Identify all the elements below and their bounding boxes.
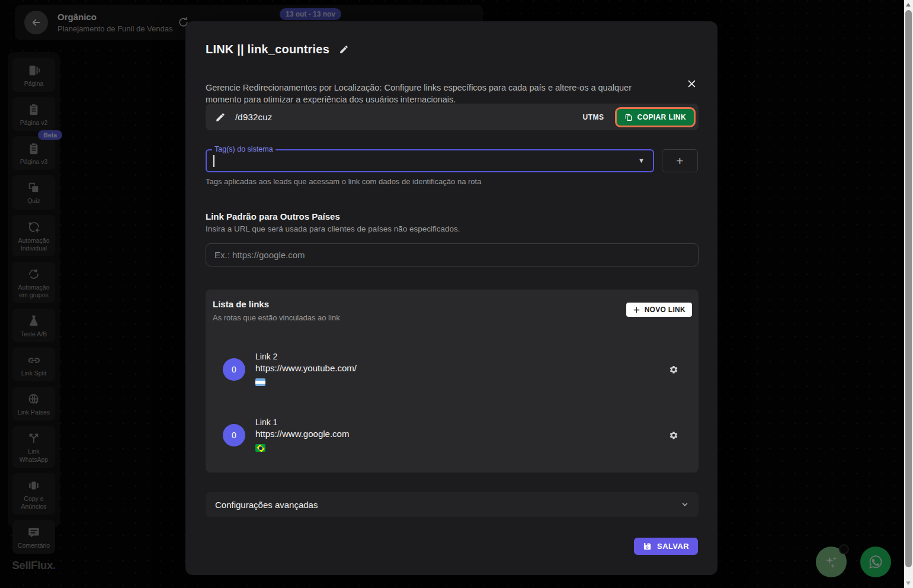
gear-icon[interactable] [668, 430, 679, 441]
scrollbar-thumb[interactable] [905, 10, 912, 567]
chevron-down-icon [681, 500, 689, 509]
copy-link-button[interactable]: COPIAR LINK [615, 107, 696, 127]
edit-link-icon[interactable] [215, 112, 226, 123]
modal-header: LINK || link_countries [206, 43, 349, 56]
plus-icon [633, 306, 640, 314]
click-count-badge: 0 [223, 358, 245, 381]
link-name: Link 1 [255, 417, 277, 427]
modal-description: Gerencie Redirecionamentos por Localizaç… [206, 82, 667, 105]
save-label: SALVAR [657, 542, 689, 551]
add-tag-button[interactable]: + [662, 149, 698, 172]
click-count-badge: 0 [223, 424, 245, 446]
links-list-subtitle: As rotas que estão vinculadas ao link [213, 313, 340, 322]
link-countries-modal: LINK || link_countries Gerencie Redireci… [185, 21, 717, 575]
short-link-row: /d932cuz UTMS COPIAR LINK [206, 104, 699, 130]
edit-title-icon[interactable] [339, 44, 349, 54]
advanced-settings-label: Configurações avançadas [215, 500, 318, 510]
save-button[interactable]: SALVAR [634, 538, 698, 555]
gear-icon[interactable] [668, 365, 679, 375]
link-name: Link 2 [255, 352, 277, 361]
chevron-down-icon[interactable]: ▼ [638, 157, 645, 164]
argentina-flag-icon [255, 378, 265, 386]
brazil-flag-icon [255, 444, 265, 452]
utms-button[interactable]: UTMS [577, 108, 610, 126]
link-url: https://www.youtube.com/ [255, 363, 357, 373]
save-icon [643, 542, 652, 551]
tags-helper-text: Tags aplicadas aos leads que acessam o l… [206, 177, 481, 186]
advanced-settings-toggle[interactable]: Configurações avançadas [206, 492, 699, 517]
copy-link-label: COPIAR LINK [638, 113, 686, 121]
scroll-down-arrow-icon[interactable] [906, 581, 911, 585]
copy-icon [624, 113, 633, 121]
link-url: https://www.google.com [255, 429, 349, 439]
page-scrollbar[interactable] [904, 0, 913, 588]
new-link-label: NOVO LINK [645, 306, 685, 314]
short-link-slug: /d932cuz [235, 112, 272, 122]
links-list-card: Lista de links As rotas que estão vincul… [206, 290, 699, 473]
system-tags-label: Tag(s) do sistema [212, 145, 275, 153]
modal-title: LINK || link_countries [206, 43, 329, 56]
system-tags-select[interactable]: Tag(s) do sistema ▼ [206, 149, 654, 172]
links-list-title: Lista de links [213, 299, 269, 309]
default-url-input[interactable] [206, 243, 699, 266]
text-cursor [213, 155, 214, 167]
scroll-up-arrow-icon[interactable] [906, 3, 911, 7]
default-link-subtitle: Insira a URL que será usada para cliente… [206, 224, 460, 233]
plus-icon: + [676, 154, 683, 168]
close-icon[interactable] [684, 76, 699, 91]
default-link-title: Link Padrão para Outros Países [206, 211, 340, 221]
new-link-button[interactable]: NOVO LINK [626, 303, 692, 317]
